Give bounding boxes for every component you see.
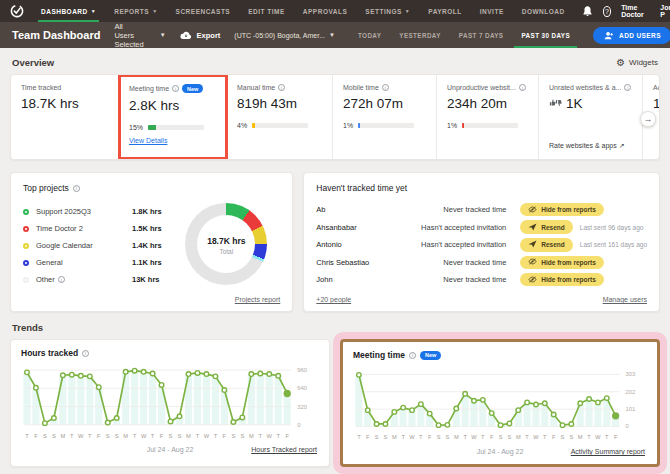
menu-item-label: SCREENCASTS (176, 8, 231, 15)
svg-text:W: W (409, 434, 415, 440)
donut-total-label: Total (219, 248, 233, 255)
menu-item-invite[interactable]: INVITE (471, 0, 513, 22)
user-name: John (316, 275, 402, 284)
export-button[interactable]: Export (180, 31, 221, 40)
info-icon[interactable]: i (82, 350, 89, 357)
info-icon[interactable]: i (409, 352, 416, 359)
export-label: Export (197, 31, 221, 40)
project-row: Otheri13K hrs (23, 271, 178, 288)
help-icon[interactable]: ? (603, 6, 611, 17)
svg-text:M: M (578, 434, 583, 440)
info-icon[interactable]: i (624, 84, 631, 91)
line-chart[interactable]: 0320640960TFSSMTWTFSSMTWTFSSMTWTFSSMTWTF (21, 358, 319, 446)
carousel-next-button[interactable]: → (640, 111, 656, 127)
chevron-down-icon: ▼ (91, 8, 96, 14)
rate-websites-link[interactable]: Rate websites & apps ↗ (549, 142, 632, 150)
user-filter-dropdown[interactable]: All Users Selected ▼ (114, 22, 165, 49)
menu-item-dashboard[interactable]: DASHBOARD▼ (32, 0, 105, 22)
svg-text:T: T (401, 434, 405, 440)
svg-text:S: S (499, 434, 503, 440)
user-status: Hasn't accepted invitation (402, 223, 520, 232)
svg-text:T: T (543, 434, 547, 440)
project-color-ring (23, 260, 29, 266)
range-yesterday[interactable]: YESTERDAY (390, 22, 450, 48)
dashboard-toolbar: Team Dashboard All Users Selected ▼ Expo… (0, 22, 670, 48)
info-icon[interactable]: i (73, 185, 80, 192)
menu-item-label: SETTINGS (365, 8, 402, 15)
info-icon[interactable]: i (519, 84, 526, 91)
hide-from-reports-button[interactable]: Hide from reports (520, 256, 604, 269)
card-title: Manual timei (237, 84, 322, 91)
info-icon[interactable]: i (382, 84, 389, 91)
timezone-dropdown[interactable]: (UTC -05:00) Bogota, Amer... ▼ (234, 32, 335, 39)
chart-report-link[interactable]: Hours Tracked report (251, 446, 317, 453)
user-status: Never tracked time (402, 258, 520, 267)
svg-text:T: T (133, 433, 137, 439)
menu-item-download[interactable]: DOWNLOAD (513, 0, 574, 22)
progress-percent: 1% (447, 122, 457, 129)
progress-percent: 15% (129, 124, 143, 131)
page-title: Team Dashboard (12, 29, 100, 41)
card-value-text: 272h 07m (343, 96, 403, 111)
notifications-bell-icon[interactable] (582, 5, 593, 17)
svg-text:W: W (141, 433, 147, 439)
svg-text:T: T (481, 434, 485, 440)
view-details-link[interactable]: View Details (129, 137, 216, 144)
line-chart[interactable]: 0101202303TFSSMTWTFSSMTWTFSSMTWTFSSMTWTF (353, 360, 647, 448)
chart-report-link[interactable]: Activity Summary report (571, 448, 645, 455)
projects-report-link[interactable]: Projects report (235, 296, 281, 303)
svg-text:M: M (60, 433, 65, 439)
chart-title: Hours trackedi (21, 348, 319, 358)
progress-bar (358, 123, 414, 128)
table-row: AbNever tracked timeHide from reports (316, 201, 647, 219)
svg-text:F: F (97, 433, 101, 439)
svg-text:M: M (454, 434, 459, 440)
card-value-text: 12 (653, 96, 660, 111)
time-doctor-logo-icon[interactable] (10, 4, 24, 18)
resend-button[interactable]: Resend (520, 220, 572, 234)
project-name-text: General (36, 258, 63, 267)
company-name[interactable]: Time Doctor (621, 4, 650, 18)
top-projects-card: Top projects i Support 2025Q31.8K hrsTim… (10, 172, 293, 312)
progress-fill (252, 123, 255, 128)
user-status: Hasn't accepted invitation (402, 240, 520, 249)
project-name: Time Doctor 2 (36, 224, 132, 233)
menu-item-edit-time[interactable]: EDIT TIME (239, 0, 294, 22)
svg-text:F: F (223, 433, 227, 439)
eye-off-icon (528, 276, 537, 284)
svg-text:T: T (259, 433, 263, 439)
user-name[interactable]: Jorge P (660, 4, 670, 18)
svg-text:S: S (384, 434, 388, 440)
menu-item-reports[interactable]: REPORTS▼ (105, 0, 166, 22)
svg-text:101: 101 (625, 406, 635, 412)
info-icon[interactable]: i (172, 85, 179, 92)
info-icon[interactable]: i (58, 276, 65, 283)
card-title-text: Manual time (237, 84, 275, 91)
widgets-button[interactable]: ⚙ Widgets (616, 57, 658, 68)
overview-heading: Overview (12, 57, 54, 68)
resend-button[interactable]: Resend (520, 238, 572, 252)
svg-text:S: S (561, 434, 565, 440)
menu-item-settings[interactable]: SETTINGS▼ (356, 0, 419, 22)
hide-from-reports-button[interactable]: Hide from reports (520, 203, 604, 216)
range-past-7-days[interactable]: PAST 7 DAYS (450, 22, 513, 48)
card-title: Activ (653, 84, 660, 91)
manage-users-link[interactable]: Manage users (603, 296, 647, 303)
menu-item-approvals[interactable]: APPROVALS (294, 0, 356, 22)
gear-icon: ⚙ (616, 57, 625, 68)
menu-item-screencasts[interactable]: SCREENCASTS (167, 0, 240, 22)
range-past-30-days[interactable]: PAST 30 DAYS (512, 22, 579, 48)
progress-bar (252, 123, 308, 128)
hide-from-reports-button[interactable]: Hide from reports (520, 273, 604, 286)
info-icon[interactable]: i (278, 84, 285, 91)
range-today[interactable]: TODAY (349, 22, 390, 48)
date-range-tabs: TODAYYESTERDAYPAST 7 DAYSPAST 30 DAYS (349, 22, 579, 48)
menu-item-label: INVITE (480, 8, 504, 15)
svg-text:M: M (123, 433, 128, 439)
svg-text:T: T (70, 433, 74, 439)
menu-item-label: DASHBOARD (41, 8, 88, 15)
add-users-button[interactable]: ADD USERS (593, 27, 670, 44)
overview-card-unproductive-websit-: Unproductive websit...i234h 20m1% (437, 75, 539, 159)
more-people-link[interactable]: +20 people (316, 296, 351, 303)
menu-item-payroll[interactable]: PAYROLL (419, 0, 470, 22)
